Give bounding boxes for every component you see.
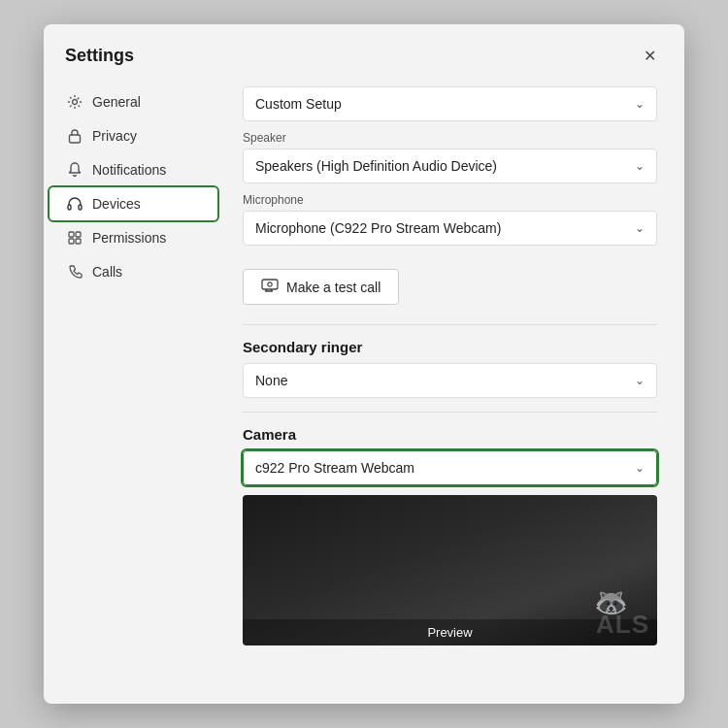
svg-point-0 bbox=[73, 100, 78, 105]
grid-icon bbox=[67, 230, 83, 246]
microphone-dropdown-wrapper: Microphone Microphone (C922 Pro Stream W… bbox=[243, 193, 657, 246]
svg-rect-6 bbox=[69, 239, 74, 244]
bell-icon bbox=[67, 162, 83, 178]
svg-rect-1 bbox=[70, 135, 81, 143]
sidebar-item-notifications-label: Notifications bbox=[92, 162, 166, 178]
headset-icon bbox=[67, 196, 83, 212]
settings-dialog: Settings ✕ General bbox=[44, 24, 684, 704]
microphone-dropdown[interactable]: Microphone (C922 Pro Stream Webcam) ⌄ bbox=[243, 211, 657, 246]
chevron-down-icon: ⌄ bbox=[635, 159, 645, 173]
speaker-label: Speaker bbox=[243, 131, 657, 145]
divider-1 bbox=[243, 324, 657, 325]
chevron-down-icon: ⌄ bbox=[635, 221, 645, 235]
divider-2 bbox=[243, 412, 657, 413]
camera-overlay-icon: 🦝 bbox=[594, 586, 628, 618]
svg-point-9 bbox=[268, 282, 272, 286]
phone-icon bbox=[67, 264, 83, 280]
sidebar-item-permissions[interactable]: Permissions bbox=[50, 221, 217, 254]
chevron-down-icon: ⌄ bbox=[635, 97, 645, 111]
sidebar-item-calls-label: Calls bbox=[92, 264, 122, 280]
close-button[interactable]: ✕ bbox=[636, 42, 663, 69]
test-call-button[interactable]: Make a test call bbox=[243, 269, 399, 305]
setup-dropdown-wrapper: Custom Setup ⌄ bbox=[243, 86, 657, 121]
chevron-down-icon: ⌄ bbox=[635, 461, 645, 475]
svg-rect-3 bbox=[79, 205, 82, 210]
secondary-ringer-dropdown[interactable]: None ⌄ bbox=[243, 363, 657, 398]
sidebar-item-devices[interactable]: Devices bbox=[50, 187, 217, 220]
secondary-ringer-dropdown-wrapper: None ⌄ bbox=[243, 363, 657, 398]
sidebar-item-privacy-label: Privacy bbox=[92, 128, 137, 144]
setup-dropdown[interactable]: Custom Setup ⌄ bbox=[243, 86, 657, 121]
svg-rect-2 bbox=[68, 205, 71, 210]
dialog-title: Settings bbox=[65, 46, 134, 66]
microphone-label: Microphone bbox=[243, 193, 657, 207]
camera-dropdown-wrapper: c922 Pro Stream Webcam ⌄ bbox=[243, 450, 657, 485]
test-call-icon bbox=[261, 279, 279, 295]
camera-dropdown[interactable]: c922 Pro Stream Webcam ⌄ bbox=[243, 450, 657, 485]
dialog-body: General Privacy bbox=[44, 79, 684, 704]
camera-title: Camera bbox=[243, 426, 657, 443]
preview-label: Preview bbox=[243, 619, 657, 645]
sidebar: General Privacy bbox=[44, 79, 223, 704]
lock-icon bbox=[67, 128, 83, 144]
speaker-dropdown[interactable]: Speakers (High Definition Audio Device) … bbox=[243, 149, 657, 183]
dialog-header: Settings ✕ bbox=[44, 24, 684, 79]
chevron-down-icon: ⌄ bbox=[635, 374, 645, 387]
sidebar-item-general[interactable]: General bbox=[50, 85, 217, 118]
sidebar-item-general-label: General bbox=[92, 94, 141, 110]
camera-preview: 🦝 Preview ALS bbox=[243, 495, 657, 645]
svg-rect-5 bbox=[76, 232, 81, 237]
sidebar-item-devices-label: Devices bbox=[92, 196, 141, 212]
sidebar-item-privacy[interactable]: Privacy bbox=[50, 119, 217, 152]
svg-rect-7 bbox=[76, 239, 81, 244]
svg-rect-4 bbox=[69, 232, 74, 237]
sidebar-item-calls[interactable]: Calls bbox=[50, 255, 217, 288]
svg-rect-8 bbox=[262, 280, 278, 289]
speaker-dropdown-wrapper: Speaker Speakers (High Definition Audio … bbox=[243, 131, 657, 183]
gear-icon bbox=[67, 94, 83, 110]
secondary-ringer-title: Secondary ringer bbox=[243, 339, 657, 355]
sidebar-item-permissions-label: Permissions bbox=[92, 230, 166, 246]
main-content: Custom Setup ⌄ Speaker Speakers (High De… bbox=[223, 79, 684, 704]
sidebar-item-notifications[interactable]: Notifications bbox=[50, 153, 217, 186]
